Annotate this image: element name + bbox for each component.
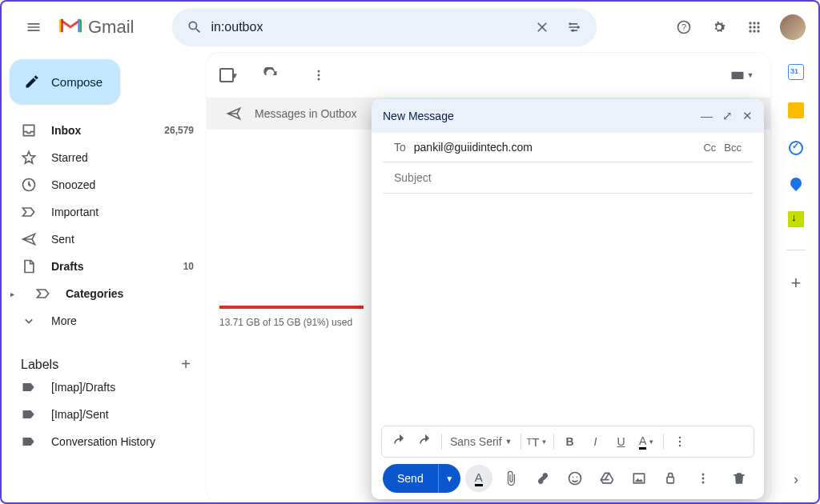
apps-button[interactable] (738, 11, 770, 43)
subject-input[interactable] (394, 171, 742, 184)
insert-emoji-button[interactable] (561, 465, 589, 492)
refresh-button[interactable] (255, 59, 287, 91)
expand-arrow-icon[interactable]: ▸ (8, 290, 16, 298)
formatting-toolbar: Sans Serif▼ TT▼ B I U A▼ (381, 426, 754, 458)
sidebar-item-sent[interactable]: Sent (2, 226, 207, 253)
keyboard-icon (730, 67, 746, 83)
more-options-button[interactable] (689, 465, 717, 492)
insert-photo-button[interactable] (625, 465, 653, 492)
addon-app-icon[interactable] (788, 211, 804, 227)
sidebar-item-drafts[interactable]: Drafts10 (2, 253, 207, 280)
main-menu-button[interactable] (14, 8, 53, 46)
bold-button[interactable]: B (559, 430, 581, 453)
fullscreen-button[interactable]: ⤢ (722, 109, 733, 123)
clear-search-button[interactable] (526, 11, 558, 43)
app-header: Gmail ? (2, 2, 818, 53)
link-icon (535, 470, 551, 486)
insert-drive-button[interactable] (593, 465, 621, 492)
compose-body[interactable] (372, 194, 764, 426)
image-icon (631, 470, 647, 486)
svg-point-10 (757, 26, 759, 28)
header-actions: ? (668, 11, 806, 43)
sidebar-item-inbox[interactable]: Inbox26,579 (2, 117, 207, 144)
category-icon (35, 286, 51, 302)
label-icon (21, 434, 37, 450)
sidebar-item-important[interactable]: Important (2, 198, 207, 226)
sidebar-item-more[interactable]: More (2, 307, 207, 334)
contacts-app-icon[interactable] (788, 175, 804, 191)
get-addons-button[interactable]: + (791, 273, 802, 294)
cc-button[interactable]: Cc (703, 142, 716, 154)
attach-file-button[interactable] (497, 465, 525, 492)
text-color-button[interactable]: A▼ (636, 430, 658, 453)
to-label: To (394, 141, 406, 154)
more-actions-button[interactable] (303, 59, 335, 91)
add-label-button[interactable]: + (181, 355, 191, 374)
minimize-button[interactable]: — (701, 109, 713, 123)
search-icon[interactable] (179, 11, 211, 43)
font-size-button[interactable]: TT▼ (526, 430, 549, 453)
search-bar[interactable] (172, 8, 597, 46)
compose-button[interactable]: Compose (10, 59, 120, 104)
compose-label: Compose (51, 75, 102, 89)
more-formatting-button[interactable] (669, 430, 691, 453)
star-icon (21, 150, 37, 166)
svg-point-11 (749, 30, 751, 32)
search-options-button[interactable] (558, 11, 590, 43)
close-button[interactable]: ✕ (742, 109, 753, 123)
chevron-down-icon: ▼ (505, 438, 512, 446)
sidebar-item-snoozed[interactable]: Snoozed (2, 171, 207, 198)
keep-app-icon[interactable] (788, 102, 804, 118)
search-input[interactable] (211, 20, 526, 34)
svg-point-15 (317, 70, 320, 73)
input-tools-button[interactable]: ▼ (726, 59, 758, 91)
labels-list: [Imap]/Drafts [Imap]/Sent Conversation H… (2, 374, 207, 455)
select-all-checkbox[interactable]: ▼ (219, 68, 239, 82)
labels-header: Labels + (2, 355, 207, 374)
subject-row[interactable] (383, 162, 753, 194)
redo-button[interactable] (414, 430, 436, 453)
label-item[interactable]: [Imap]/Drafts (2, 374, 207, 401)
svg-rect-18 (731, 72, 743, 79)
label-item[interactable]: Conversation History (2, 428, 207, 455)
send-options-button[interactable]: ▼ (438, 464, 460, 493)
trash-icon (731, 470, 747, 486)
font-family-select[interactable]: Sans Serif▼ (447, 435, 516, 448)
formatting-toggle-button[interactable]: A (465, 465, 492, 492)
sidebar-item-categories[interactable]: Categories (16, 280, 207, 307)
sidebar: Compose Inbox26,579 Starred Snoozed Impo… (2, 53, 207, 502)
compose-window: New Message — ⤢ ✕ To Cc Bcc Sans Serif▼ … (372, 99, 764, 499)
refresh-icon (263, 67, 279, 83)
emoji-icon (567, 470, 583, 486)
to-field-row[interactable]: To Cc Bcc (383, 133, 753, 162)
insert-link-button[interactable] (529, 465, 557, 492)
tasks-app-icon[interactable] (789, 141, 803, 155)
sidebar-item-starred[interactable]: Starred (2, 144, 207, 171)
bcc-button[interactable]: Bcc (724, 142, 742, 154)
svg-point-28 (701, 478, 704, 480)
calendar-app-icon[interactable] (788, 64, 804, 80)
svg-point-0 (569, 22, 572, 25)
discard-draft-button[interactable] (726, 465, 753, 492)
italic-button[interactable]: I (585, 430, 607, 453)
svg-point-27 (701, 474, 704, 476)
compose-header[interactable]: New Message — ⤢ ✕ (372, 99, 764, 133)
send-button[interactable]: Send (383, 464, 438, 493)
send-toolbar: Send ▼ A (372, 458, 764, 499)
underline-button[interactable]: U (610, 430, 633, 453)
settings-button[interactable] (703, 11, 735, 43)
svg-point-22 (569, 473, 581, 485)
gmail-logo[interactable]: Gmail (59, 14, 134, 40)
svg-point-13 (757, 30, 759, 32)
undo-button[interactable] (388, 430, 411, 453)
label-item[interactable]: [Imap]/Sent (2, 401, 207, 428)
confidential-mode-button[interactable] (657, 465, 685, 492)
svg-point-24 (576, 477, 577, 478)
account-avatar[interactable] (780, 14, 806, 40)
svg-point-16 (317, 74, 320, 77)
svg-text:?: ? (681, 22, 686, 32)
support-button[interactable]: ? (668, 11, 700, 43)
collapse-panel-button[interactable]: › (794, 471, 798, 488)
to-input[interactable] (414, 141, 696, 154)
svg-point-9 (753, 26, 755, 28)
